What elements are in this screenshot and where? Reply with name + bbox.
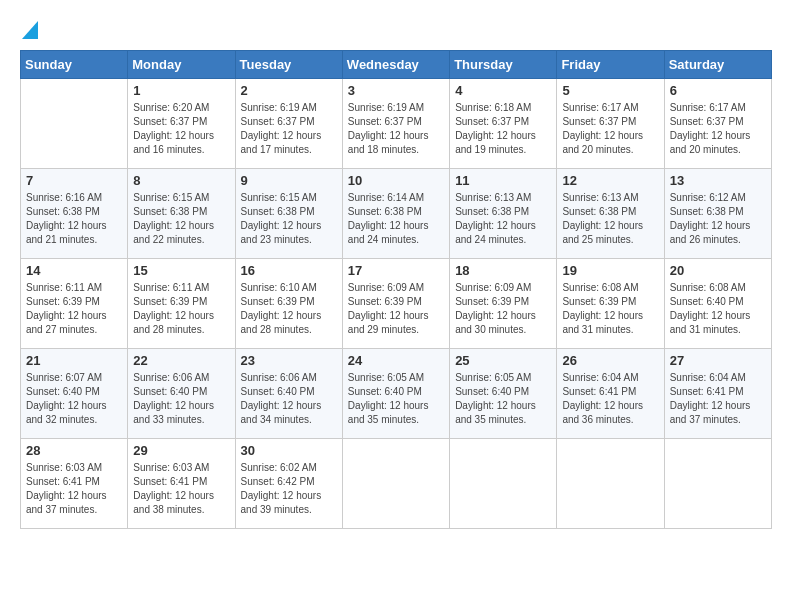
calendar-cell: 9Sunrise: 6:15 AMSunset: 6:38 PMDaylight… <box>235 168 342 258</box>
day-number: 8 <box>133 173 229 188</box>
day-info: Sunrise: 6:06 AMSunset: 6:40 PMDaylight:… <box>241 371 337 427</box>
calendar-week-4: 21Sunrise: 6:07 AMSunset: 6:40 PMDayligh… <box>21 348 772 438</box>
calendar-cell: 1Sunrise: 6:20 AMSunset: 6:37 PMDaylight… <box>128 78 235 168</box>
day-number: 9 <box>241 173 337 188</box>
day-number: 17 <box>348 263 444 278</box>
day-info: Sunrise: 6:10 AMSunset: 6:39 PMDaylight:… <box>241 281 337 337</box>
day-number: 15 <box>133 263 229 278</box>
day-info: Sunrise: 6:08 AMSunset: 6:39 PMDaylight:… <box>562 281 658 337</box>
day-header-tuesday: Tuesday <box>235 50 342 78</box>
day-number: 3 <box>348 83 444 98</box>
day-info: Sunrise: 6:03 AMSunset: 6:41 PMDaylight:… <box>133 461 229 517</box>
calendar-cell <box>21 78 128 168</box>
day-number: 19 <box>562 263 658 278</box>
day-info: Sunrise: 6:04 AMSunset: 6:41 PMDaylight:… <box>670 371 766 427</box>
day-number: 13 <box>670 173 766 188</box>
calendar-cell: 5Sunrise: 6:17 AMSunset: 6:37 PMDaylight… <box>557 78 664 168</box>
day-info: Sunrise: 6:19 AMSunset: 6:37 PMDaylight:… <box>241 101 337 157</box>
day-info: Sunrise: 6:06 AMSunset: 6:40 PMDaylight:… <box>133 371 229 427</box>
calendar-cell: 17Sunrise: 6:09 AMSunset: 6:39 PMDayligh… <box>342 258 449 348</box>
calendar-cell: 10Sunrise: 6:14 AMSunset: 6:38 PMDayligh… <box>342 168 449 258</box>
day-info: Sunrise: 6:14 AMSunset: 6:38 PMDaylight:… <box>348 191 444 247</box>
day-number: 25 <box>455 353 551 368</box>
calendar-cell: 18Sunrise: 6:09 AMSunset: 6:39 PMDayligh… <box>450 258 557 348</box>
day-header-wednesday: Wednesday <box>342 50 449 78</box>
day-header-sunday: Sunday <box>21 50 128 78</box>
day-number: 20 <box>670 263 766 278</box>
calendar-cell: 11Sunrise: 6:13 AMSunset: 6:38 PMDayligh… <box>450 168 557 258</box>
day-info: Sunrise: 6:18 AMSunset: 6:37 PMDaylight:… <box>455 101 551 157</box>
calendar-cell: 7Sunrise: 6:16 AMSunset: 6:38 PMDaylight… <box>21 168 128 258</box>
day-info: Sunrise: 6:17 AMSunset: 6:37 PMDaylight:… <box>562 101 658 157</box>
day-info: Sunrise: 6:09 AMSunset: 6:39 PMDaylight:… <box>348 281 444 337</box>
day-number: 29 <box>133 443 229 458</box>
day-info: Sunrise: 6:08 AMSunset: 6:40 PMDaylight:… <box>670 281 766 337</box>
calendar-cell: 20Sunrise: 6:08 AMSunset: 6:40 PMDayligh… <box>664 258 771 348</box>
day-header-friday: Friday <box>557 50 664 78</box>
calendar-cell: 21Sunrise: 6:07 AMSunset: 6:40 PMDayligh… <box>21 348 128 438</box>
day-info: Sunrise: 6:05 AMSunset: 6:40 PMDaylight:… <box>455 371 551 427</box>
day-number: 23 <box>241 353 337 368</box>
calendar-cell: 14Sunrise: 6:11 AMSunset: 6:39 PMDayligh… <box>21 258 128 348</box>
calendar-cell: 12Sunrise: 6:13 AMSunset: 6:38 PMDayligh… <box>557 168 664 258</box>
day-info: Sunrise: 6:07 AMSunset: 6:40 PMDaylight:… <box>26 371 122 427</box>
day-info: Sunrise: 6:03 AMSunset: 6:41 PMDaylight:… <box>26 461 122 517</box>
day-info: Sunrise: 6:02 AMSunset: 6:42 PMDaylight:… <box>241 461 337 517</box>
calendar-cell: 8Sunrise: 6:15 AMSunset: 6:38 PMDaylight… <box>128 168 235 258</box>
calendar-table: SundayMondayTuesdayWednesdayThursdayFrid… <box>20 50 772 529</box>
day-number: 27 <box>670 353 766 368</box>
svg-marker-0 <box>22 21 38 39</box>
day-info: Sunrise: 6:04 AMSunset: 6:41 PMDaylight:… <box>562 371 658 427</box>
day-number: 21 <box>26 353 122 368</box>
calendar-week-5: 28Sunrise: 6:03 AMSunset: 6:41 PMDayligh… <box>21 438 772 528</box>
calendar-cell: 3Sunrise: 6:19 AMSunset: 6:37 PMDaylight… <box>342 78 449 168</box>
day-header-thursday: Thursday <box>450 50 557 78</box>
day-header-saturday: Saturday <box>664 50 771 78</box>
day-number: 11 <box>455 173 551 188</box>
day-number: 7 <box>26 173 122 188</box>
day-info: Sunrise: 6:13 AMSunset: 6:38 PMDaylight:… <box>562 191 658 247</box>
calendar-week-1: 1Sunrise: 6:20 AMSunset: 6:37 PMDaylight… <box>21 78 772 168</box>
calendar-cell: 29Sunrise: 6:03 AMSunset: 6:41 PMDayligh… <box>128 438 235 528</box>
calendar-cell: 6Sunrise: 6:17 AMSunset: 6:37 PMDaylight… <box>664 78 771 168</box>
calendar-cell: 22Sunrise: 6:06 AMSunset: 6:40 PMDayligh… <box>128 348 235 438</box>
day-info: Sunrise: 6:09 AMSunset: 6:39 PMDaylight:… <box>455 281 551 337</box>
logo <box>20 20 38 40</box>
day-number: 22 <box>133 353 229 368</box>
day-number: 5 <box>562 83 658 98</box>
day-header-monday: Monday <box>128 50 235 78</box>
day-number: 18 <box>455 263 551 278</box>
day-info: Sunrise: 6:05 AMSunset: 6:40 PMDaylight:… <box>348 371 444 427</box>
calendar-cell: 26Sunrise: 6:04 AMSunset: 6:41 PMDayligh… <box>557 348 664 438</box>
day-info: Sunrise: 6:11 AMSunset: 6:39 PMDaylight:… <box>26 281 122 337</box>
calendar-cell <box>450 438 557 528</box>
calendar-body: 1Sunrise: 6:20 AMSunset: 6:37 PMDaylight… <box>21 78 772 528</box>
calendar-cell: 27Sunrise: 6:04 AMSunset: 6:41 PMDayligh… <box>664 348 771 438</box>
calendar-cell: 13Sunrise: 6:12 AMSunset: 6:38 PMDayligh… <box>664 168 771 258</box>
logo-icon <box>22 21 38 39</box>
calendar-cell: 25Sunrise: 6:05 AMSunset: 6:40 PMDayligh… <box>450 348 557 438</box>
calendar-cell: 4Sunrise: 6:18 AMSunset: 6:37 PMDaylight… <box>450 78 557 168</box>
calendar-week-3: 14Sunrise: 6:11 AMSunset: 6:39 PMDayligh… <box>21 258 772 348</box>
calendar-cell: 28Sunrise: 6:03 AMSunset: 6:41 PMDayligh… <box>21 438 128 528</box>
day-number: 10 <box>348 173 444 188</box>
day-number: 24 <box>348 353 444 368</box>
calendar-cell <box>557 438 664 528</box>
day-number: 16 <box>241 263 337 278</box>
day-info: Sunrise: 6:13 AMSunset: 6:38 PMDaylight:… <box>455 191 551 247</box>
day-info: Sunrise: 6:11 AMSunset: 6:39 PMDaylight:… <box>133 281 229 337</box>
day-info: Sunrise: 6:15 AMSunset: 6:38 PMDaylight:… <box>133 191 229 247</box>
page-header <box>20 20 772 40</box>
calendar-cell: 15Sunrise: 6:11 AMSunset: 6:39 PMDayligh… <box>128 258 235 348</box>
day-number: 30 <box>241 443 337 458</box>
calendar-cell: 2Sunrise: 6:19 AMSunset: 6:37 PMDaylight… <box>235 78 342 168</box>
calendar-cell: 24Sunrise: 6:05 AMSunset: 6:40 PMDayligh… <box>342 348 449 438</box>
day-number: 12 <box>562 173 658 188</box>
day-info: Sunrise: 6:16 AMSunset: 6:38 PMDaylight:… <box>26 191 122 247</box>
day-number: 1 <box>133 83 229 98</box>
day-info: Sunrise: 6:17 AMSunset: 6:37 PMDaylight:… <box>670 101 766 157</box>
day-info: Sunrise: 6:12 AMSunset: 6:38 PMDaylight:… <box>670 191 766 247</box>
day-number: 26 <box>562 353 658 368</box>
day-number: 2 <box>241 83 337 98</box>
calendar-header-row: SundayMondayTuesdayWednesdayThursdayFrid… <box>21 50 772 78</box>
